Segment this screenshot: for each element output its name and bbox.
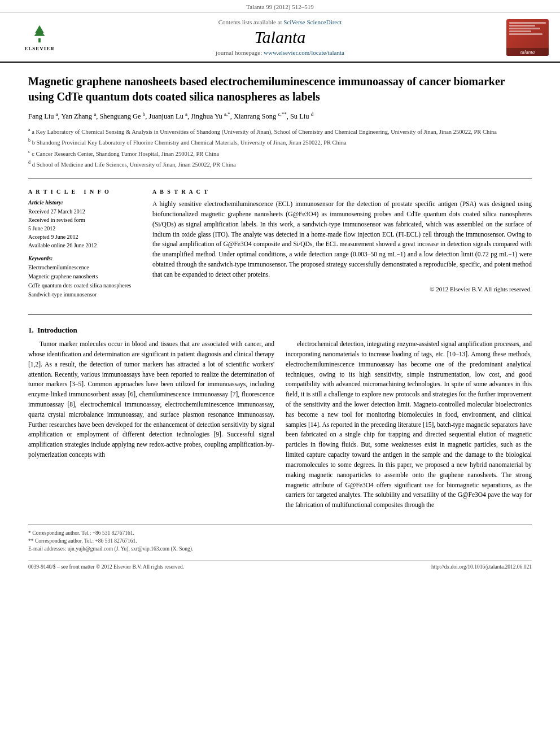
keyword-2: Magnetic graphene nanosheets xyxy=(28,272,141,281)
journal-title: Talanta xyxy=(68,28,492,47)
section-introduction: 1. Introduction Tumor marker molecules o… xyxy=(28,326,532,515)
elsevier-tree-icon xyxy=(29,23,50,45)
intro-text-left: Tumor marker molecules occur in blood an… xyxy=(28,339,274,460)
authors-line: Fang Liu a, Yan Zhang a, Shenguang Ge b,… xyxy=(28,111,532,121)
affiliation-b: b b Shandong Provincial Key Laboratory o… xyxy=(28,137,532,147)
section-number: 1. xyxy=(28,326,34,334)
revised-label: Received in revised form xyxy=(28,216,141,224)
journal-header-center: Contents lists available at SciVerse Sci… xyxy=(68,19,492,56)
keyword-3: CdTe quantum dots coated silica nanosphe… xyxy=(28,281,141,290)
affiliation-a: a a Key Laboratory of Chemical Sensing &… xyxy=(28,126,532,136)
svg-rect-0 xyxy=(38,38,41,43)
history-label: Article history: xyxy=(28,199,141,206)
keywords-list: Electrochemiluminescence Magnetic graphe… xyxy=(28,263,141,299)
available-date: Available online 26 June 2012 xyxy=(28,241,141,250)
abstract-copyright: © 2012 Elsevier B.V. All rights reserved… xyxy=(152,286,532,292)
talanta-logo-text: talanta xyxy=(506,48,549,56)
journal-header: ELSEVIER Contents lists available at Sci… xyxy=(0,13,560,63)
doi-line: http://dx.doi.org/10.1016/j.talanta.2012… xyxy=(431,564,532,570)
intro-col-left: Tumor marker molecules occur in blood an… xyxy=(28,339,274,515)
sciverse-prefix: Contents lists available at SciVerse Sci… xyxy=(68,19,492,25)
section-heading: 1. Introduction xyxy=(28,326,532,335)
intro-col-right: electrochemical detection, integrating e… xyxy=(286,339,532,515)
accepted-date: Accepted 9 June 2012 xyxy=(28,233,141,241)
elsevier-logo-area: ELSEVIER xyxy=(11,22,68,53)
article-info-column: A R T I C L E I N F O Article history: R… xyxy=(28,189,141,305)
journal-homepage-line: journal homepage: www.elsevier.com/locat… xyxy=(68,49,492,56)
citation-bar: Talanta 99 (2012) 512–519 xyxy=(0,0,560,13)
talanta-logo-design xyxy=(509,22,546,46)
article-history: Article history: Received 27 March 2012 … xyxy=(28,199,141,250)
keyword-4: Sandwich-type immunosensor xyxy=(28,290,141,299)
affiliation-d: d d School of Medicine and Life Sciences… xyxy=(28,159,532,169)
intro-text-right: electrochemical detection, integrating e… xyxy=(286,339,532,510)
issn-line: 0039-9140/$ – see front matter © 2012 El… xyxy=(28,564,184,570)
footer-bottom: 0039-9140/$ – see front matter © 2012 El… xyxy=(28,560,532,570)
article-title: Magnetic graphene nanosheets based elect… xyxy=(28,74,532,104)
sciverse-link[interactable]: SciVerse ScienceDirect xyxy=(283,19,342,25)
article-footer: * Corresponding author. Tel.: +86 531 82… xyxy=(28,524,532,570)
abstract-text: A highly sensitive electrochemiluminesce… xyxy=(152,199,532,280)
citation-text: Talanta 99 (2012) 512–519 xyxy=(246,3,313,10)
main-content: Magnetic graphene nanosheets based elect… xyxy=(0,63,560,581)
email-note: E-mail addresses: ujn.yujh@gmail.com (J.… xyxy=(28,545,532,553)
section-title: Introduction xyxy=(37,326,77,334)
article-info-heading: A R T I C L E I N F O xyxy=(28,189,141,195)
abstract-heading: A B S T R A C T xyxy=(152,189,532,195)
history-content: Received 27 March 2012 Received in revis… xyxy=(28,207,141,250)
corresponding-1: * Corresponding author. Tel.: +86 531 82… xyxy=(28,529,532,537)
article-keywords: Keywords: Electrochemiluminescence Magne… xyxy=(28,255,141,299)
introduction-columns: Tumor marker molecules occur in blood an… xyxy=(28,339,532,515)
elsevier-text: ELSEVIER xyxy=(24,46,55,51)
affiliations: a a Key Laboratory of Chemical Sensing &… xyxy=(28,126,532,178)
revised-date: 5 June 2012 xyxy=(28,224,141,233)
footer-notes: * Corresponding author. Tel.: +86 531 82… xyxy=(28,529,532,553)
info-abstract-section: A R T I C L E I N F O Article history: R… xyxy=(28,189,532,314)
talanta-logo-area: talanta xyxy=(492,19,549,56)
affiliation-c: c c Cancer Research Center, Shandong Tum… xyxy=(28,148,532,158)
elsevier-logo: ELSEVIER xyxy=(17,22,62,53)
keywords-label: Keywords: xyxy=(28,255,141,261)
keyword-1: Electrochemiluminescence xyxy=(28,263,141,272)
corresponding-2: ** Corresponding author. Tel.: +86 531 8… xyxy=(28,537,532,545)
received-date: Received 27 March 2012 xyxy=(28,207,141,216)
talanta-logo: talanta xyxy=(506,19,549,56)
abstract-column: A B S T R A C T A highly sensitive elect… xyxy=(152,189,532,305)
